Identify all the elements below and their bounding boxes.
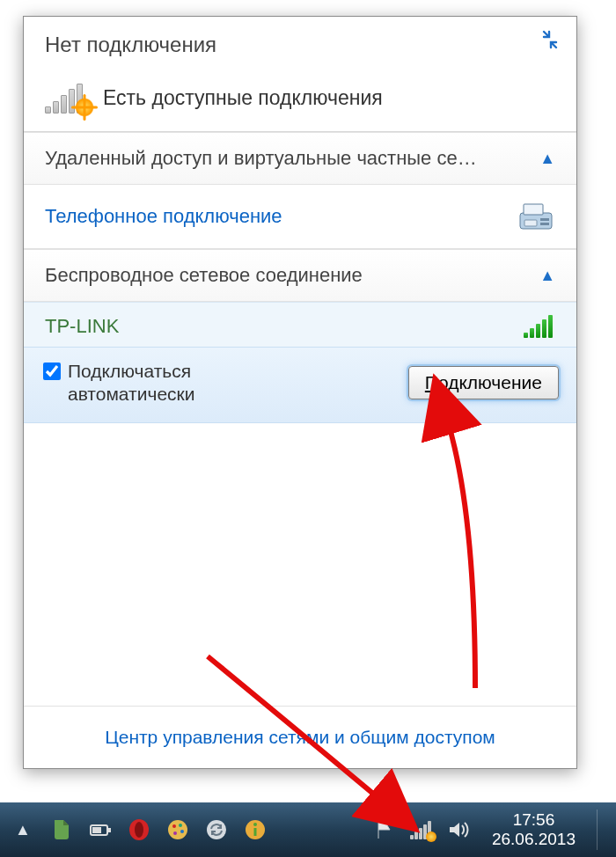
- clock-time: 17:56: [492, 810, 576, 830]
- auto-connect-label: Подключаться автоматически: [68, 360, 194, 407]
- connect-panel: Подключаться автоматически Подключение: [24, 347, 576, 423]
- connect-button-accel: П: [425, 372, 438, 392]
- auto-connect-input[interactable]: [43, 363, 61, 380]
- svg-point-12: [179, 824, 182, 827]
- tray-overflow-icon[interactable]: ▲: [11, 817, 35, 842]
- category-vpn[interactable]: Удаленный доступ и виртуальные частные с…: [24, 132, 576, 185]
- wifi-ssid: TP-LINK: [45, 315, 119, 338]
- tray-left: ▲: [11, 817, 268, 842]
- dialup-row[interactable]: Телефонное подключение: [24, 185, 576, 249]
- auto-connect-checkbox[interactable]: Подключаться автоматически: [43, 360, 194, 407]
- refresh-icon[interactable]: [539, 29, 561, 50]
- opera-icon[interactable]: [127, 817, 151, 842]
- info-icon[interactable]: [243, 817, 268, 842]
- clock-date: 26.06.2013: [492, 830, 576, 849]
- connect-button[interactable]: Подключение: [408, 366, 559, 399]
- volume-icon[interactable]: [446, 817, 471, 842]
- palette-icon[interactable]: [165, 817, 190, 842]
- chevron-up-icon: ▲: [539, 267, 555, 285]
- wifi-alert-icon: [45, 82, 89, 114]
- connection-status-title: Нет подключения: [45, 33, 555, 57]
- svg-rect-1: [524, 204, 543, 215]
- svg-rect-7: [92, 827, 101, 833]
- available-connections-text: Есть доступные подключения: [103, 86, 383, 110]
- category-wireless[interactable]: Беспроводное сетевое соединение ▲: [24, 249, 576, 302]
- svg-point-18: [253, 823, 257, 826]
- network-center-link[interactable]: Центр управления сетями и общим доступом: [105, 727, 495, 747]
- flyout-spacer: [24, 423, 576, 707]
- svg-point-10: [168, 820, 187, 839]
- wifi-network-row[interactable]: TP-LINK: [24, 302, 576, 347]
- flyout-header: Нет подключения Есть доступные подключен…: [24, 17, 576, 132]
- chevron-up-icon: ▲: [539, 150, 555, 168]
- sync-icon[interactable]: [204, 817, 229, 842]
- taskbar-clock[interactable]: 17:56 26.06.2013: [483, 810, 581, 849]
- svg-point-13: [180, 830, 184, 833]
- signal-strength-icon: [524, 315, 555, 338]
- svg-rect-3: [540, 218, 549, 221]
- taskbar: ▲ 17: [0, 802, 616, 857]
- svg-rect-17: [254, 828, 257, 836]
- svg-rect-6: [108, 828, 111, 832]
- flyout-footer: Центр управления сетями и общим доступом: [24, 706, 576, 768]
- svg-point-9: [135, 822, 143, 838]
- category-wireless-label: Беспроводное сетевое соединение: [45, 264, 363, 287]
- show-desktop-button[interactable]: [597, 809, 609, 850]
- battery-icon[interactable]: [88, 817, 113, 842]
- network-tray-icon[interactable]: [409, 817, 434, 842]
- evernote-icon[interactable]: [49, 817, 74, 842]
- svg-rect-2: [524, 220, 537, 226]
- tray-right: 17:56 26.06.2013: [372, 809, 609, 850]
- category-vpn-label: Удаленный доступ и виртуальные частные с…: [45, 147, 477, 170]
- network-flyout: Нет подключения Есть доступные подключен…: [23, 16, 577, 769]
- svg-point-15: [207, 820, 226, 839]
- svg-rect-4: [540, 223, 549, 225]
- action-center-flag-icon[interactable]: [372, 817, 397, 842]
- fax-icon: [517, 201, 555, 232]
- svg-point-11: [172, 824, 176, 828]
- connect-button-rest: одключение: [438, 372, 542, 392]
- available-connections-row: Есть доступные подключения: [45, 82, 555, 114]
- svg-point-14: [173, 831, 177, 835]
- dialup-link[interactable]: Телефонное подключение: [45, 205, 282, 228]
